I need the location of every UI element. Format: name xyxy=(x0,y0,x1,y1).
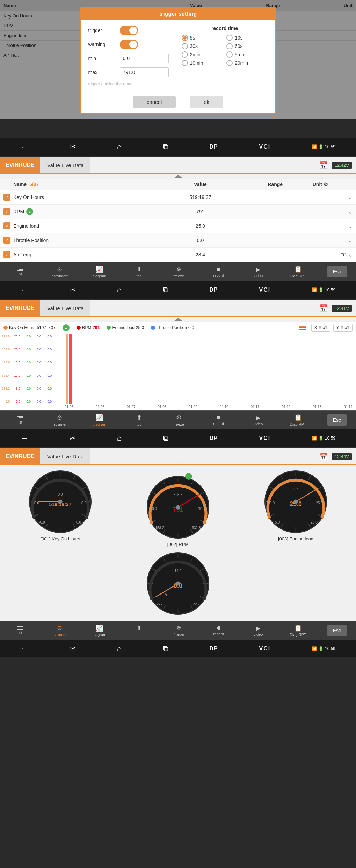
nav-bar-3: ← ✂ ⌂ ⧉ DP VCI 📶 🔋 10:59 xyxy=(0,429,356,447)
esc-button-4[interactable]: Esc xyxy=(327,625,347,636)
legend-bars-button[interactable] xyxy=(297,325,308,331)
legend-dot-green xyxy=(107,326,111,330)
back-icon[interactable]: ← xyxy=(21,142,28,151)
toolbar-diagram-label-3: diagram xyxy=(92,422,106,426)
scissors-icon-3[interactable]: ✂ xyxy=(70,434,76,443)
row-checkbox-3[interactable]: ✓ xyxy=(3,222,10,229)
copy-icon-3[interactable]: ⧉ xyxy=(163,434,168,443)
toolbar-freeze-4[interactable]: freeze xyxy=(168,624,189,637)
toolbar-diag-rpt-3[interactable]: 📋 Diag RPT xyxy=(288,414,308,426)
battery-icon-3: 🔋 xyxy=(318,436,324,441)
section3-header-right: 📅 12.41V xyxy=(319,304,356,312)
copy-icon-2[interactable]: ⧉ xyxy=(163,285,168,294)
toolbar-top-2[interactable]: ⬆ top xyxy=(129,265,150,278)
toolbar-record-4[interactable]: record xyxy=(208,625,229,636)
chevron-down-icon-5[interactable]: ⌄ xyxy=(348,251,353,258)
toolbar-record-label-2: record xyxy=(213,273,224,277)
toolbar-record-2[interactable]: record xyxy=(208,266,229,277)
radio-20min[interactable]: 20min xyxy=(226,60,268,66)
rpm-indicator: ▲ xyxy=(26,208,33,215)
row-checkbox-2[interactable]: ✓ xyxy=(3,208,10,215)
toolbar-video-2[interactable]: video xyxy=(248,266,269,278)
scissors-icon[interactable]: ✂ xyxy=(70,142,76,151)
chevron-down-icon-1[interactable]: ⌄ xyxy=(348,194,353,201)
copy-icon[interactable]: ⧉ xyxy=(163,142,168,151)
toolbar-video-3[interactable]: video xyxy=(248,414,269,426)
esc-button-2[interactable]: Esc xyxy=(327,266,347,277)
x-label-8: 01:12 xyxy=(282,405,290,409)
scroll-up-arrow[interactable] xyxy=(174,175,182,178)
cancel-button[interactable]: cancel xyxy=(133,96,176,108)
radio-2min[interactable]: 2min xyxy=(182,51,223,58)
chevron-down-icon-4[interactable]: ⌄ xyxy=(348,237,353,244)
min-label: min xyxy=(88,56,116,61)
trigger-toggle[interactable] xyxy=(120,26,138,35)
min-input[interactable] xyxy=(120,54,169,63)
gauge-row-1: 0.0 -0.0 0.0 519:19:37 0.0 0.0 [001] Key… xyxy=(0,465,356,548)
svg-point-20 xyxy=(58,500,63,504)
toolbar-list-2[interactable]: list xyxy=(9,268,30,276)
table-row: ✓ RPM ▲ 791 ⌄ xyxy=(0,205,356,219)
scissors-icon-2[interactable]: ✂ xyxy=(70,285,76,294)
gauge-label-2: [002] RPM xyxy=(167,542,189,547)
radio-30s[interactable]: 30s xyxy=(182,43,223,49)
home-icon-3[interactable]: ⌂ xyxy=(117,434,122,443)
toolbar-freeze-3[interactable]: freeze xyxy=(168,414,189,426)
toolbar-top-3[interactable]: ⬆ top xyxy=(129,414,150,426)
scissors-icon-4[interactable]: ✂ xyxy=(70,644,76,653)
radio-10s[interactable]: 10s xyxy=(226,35,268,41)
toolbar-diag-rpt-4[interactable]: 📋 Diag RPT xyxy=(288,624,308,637)
toolbar-video-label-2: video xyxy=(254,273,263,278)
section2-toolbar: list ⊙ instrument 📈 diagram ⬆ top freeze… xyxy=(0,262,356,281)
toolbar-record-3[interactable]: record xyxy=(208,414,229,426)
toolbar-diag-rpt-2[interactable]: 📋 Diag RPT xyxy=(288,265,308,278)
x-axis-btn[interactable]: X ⊕ x1 xyxy=(311,324,330,332)
radio-5s[interactable]: 5s xyxy=(182,35,223,41)
toolbar-diagram-2[interactable]: 📈 diagram xyxy=(89,265,110,278)
home-icon[interactable]: ⌂ xyxy=(117,142,122,151)
toolbar-diagram-3[interactable]: 📈 diagram xyxy=(89,414,110,426)
modal-overlay: trigger setting trigger warning min xyxy=(0,0,356,138)
radio-5min[interactable]: 5min xyxy=(226,51,268,58)
row-name-2: RPM ▲ xyxy=(13,208,163,215)
scroll-up-arrow-3[interactable] xyxy=(174,318,182,321)
toolbar-top-4[interactable]: ⬆ top xyxy=(129,624,150,637)
back-icon-2[interactable]: ← xyxy=(21,285,28,294)
row-checkbox-1[interactable]: ✓ xyxy=(3,194,10,201)
toolbar-diagram-label-2: diagram xyxy=(92,274,106,278)
y-axis-btn[interactable]: Y ⊕ x1 xyxy=(333,324,353,332)
row-checkbox-4[interactable]: ✓ xyxy=(3,237,10,244)
section1-trigger-modal: Name Value Range Unit Key On Hours RPM E… xyxy=(0,0,356,138)
toolbar-instrument-4[interactable]: ⊙ instrument xyxy=(49,624,70,637)
back-icon-4[interactable]: ← xyxy=(21,644,28,653)
ok-button[interactable]: ok xyxy=(190,96,223,108)
esc-button-3[interactable]: Esc xyxy=(327,414,347,426)
toolbar-list-4[interactable]: list xyxy=(9,626,30,635)
max-input[interactable] xyxy=(120,67,169,77)
scroll-up-indicator[interactable] xyxy=(0,174,356,179)
toolbar-freeze-2[interactable]: freeze xyxy=(168,265,189,278)
nav-status-2: 📶 🔋 10:59 xyxy=(312,287,335,292)
toolbar-instrument-label-2: instrument xyxy=(51,274,68,278)
home-icon-2[interactable]: ⌂ xyxy=(117,285,122,294)
row-checkbox-5[interactable]: ✓ xyxy=(3,251,10,258)
toolbar-video-4[interactable]: video xyxy=(248,625,269,636)
y-axis-red: 25.0 20.0 15.0 10.0 5.0 0.0 xyxy=(10,334,21,404)
toolbar-instrument-3[interactable]: ⊙ instrument xyxy=(49,414,70,426)
toolbar-list-3[interactable]: list xyxy=(9,416,30,424)
toolbar-diagram-4[interactable]: 📈 diagram xyxy=(89,624,110,637)
chevron-down-icon-2[interactable]: ⌄ xyxy=(348,208,353,215)
warning-toggle[interactable] xyxy=(120,40,138,49)
radio-60s[interactable]: 60s xyxy=(226,43,268,49)
home-icon-4[interactable]: ⌂ xyxy=(117,644,122,653)
radio-10min[interactable]: 10min xyxy=(182,60,223,66)
toolbar-instrument-2[interactable]: ⊙ instrument xyxy=(49,265,70,278)
back-icon-3[interactable]: ← xyxy=(21,434,28,443)
scroll-up-indicator-3[interactable] xyxy=(0,317,356,322)
toolbar-video-label-3: video xyxy=(254,422,263,426)
toolbar-record-label-3: record xyxy=(213,421,224,426)
x-label-5: 01:09 xyxy=(189,405,197,409)
chevron-down-icon-3[interactable]: ⌄ xyxy=(348,223,353,229)
copy-icon-4[interactable]: ⧉ xyxy=(163,644,168,653)
gear-icon[interactable]: ⚙ xyxy=(324,182,328,187)
